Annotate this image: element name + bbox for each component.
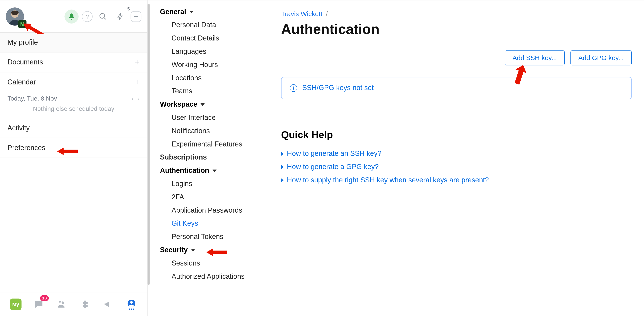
link-user-interface[interactable]: User Interface: [148, 111, 269, 124]
link-locations[interactable]: Locations: [148, 72, 269, 85]
quick-help-text: How to generate an SSH key?: [287, 150, 382, 158]
add-gpg-key-button[interactable]: Add GPG key...: [570, 50, 632, 65]
left-header: M ? 5: [0, 0, 147, 33]
quick-help-text: How to supply the right SSH key when sev…: [287, 176, 489, 184]
help-icon[interactable]: ?: [82, 11, 92, 22]
quick-help-link-multi[interactable]: How to supply the right SSH key when sev…: [281, 174, 632, 187]
nav-documents[interactable]: Documents +: [0, 52, 147, 72]
add-ssh-key-button[interactable]: Add SSH key...: [504, 50, 564, 65]
create-icon[interactable]: [130, 11, 141, 22]
breadcrumb-root[interactable]: Travis Wickett: [281, 10, 322, 18]
bb-chat-badge: 13: [40, 295, 49, 301]
link-notifications[interactable]: Notifications: [148, 124, 269, 138]
quick-help-link-gpg[interactable]: How to generate a GPG key?: [281, 160, 632, 174]
notifications-icon[interactable]: [64, 9, 78, 24]
link-contact-details[interactable]: Contact Details: [148, 32, 269, 45]
calendar-empty-label: Nothing else scheduled today: [8, 105, 140, 112]
svg-marker-12: [206, 248, 227, 256]
link-git-keys[interactable]: Git Keys: [148, 217, 269, 230]
link-2fa[interactable]: 2FA: [148, 191, 269, 204]
chevron-right-icon: [281, 152, 284, 156]
svg-point-6: [62, 301, 64, 304]
link-logins[interactable]: Logins: [148, 177, 269, 191]
nav-my-profile[interactable]: My profile: [0, 33, 147, 52]
nav-calendar[interactable]: Calendar +: [0, 72, 147, 92]
group-authentication[interactable]: Authentication: [148, 164, 269, 177]
link-sessions[interactable]: Sessions: [148, 257, 269, 270]
link-teams[interactable]: Teams: [148, 85, 269, 98]
calendar-date-label: Today, Tue, 8 Nov: [8, 95, 57, 102]
group-workspace-label: Workspace: [160, 100, 197, 109]
info-banner-text: SSH/GPG keys not set: [302, 84, 374, 92]
calendar-today-widget: Today, Tue, 8 Nov ‹ › Nothing else sched…: [0, 92, 147, 118]
link-personal-data[interactable]: Personal Data: [148, 19, 269, 32]
quick-help-text: How to generate a GPG key?: [287, 163, 379, 171]
bb-my[interactable]: My: [8, 296, 24, 312]
link-languages[interactable]: Languages: [148, 45, 269, 58]
bb-my-label: My: [10, 298, 22, 310]
bb-chat-icon[interactable]: 13: [31, 296, 47, 312]
notifications-count: 5: [127, 6, 130, 11]
bb-extensions-icon[interactable]: [77, 296, 93, 312]
svg-marker-10: [23, 20, 46, 34]
chevron-down-icon: [191, 249, 195, 251]
nav-my-profile-label: My profile: [8, 38, 38, 46]
nav-activity-label: Activity: [8, 124, 30, 132]
red-arrow-annotation: [512, 64, 528, 85]
svg-line-3: [104, 18, 106, 19]
nav-documents-label: Documents: [8, 58, 43, 66]
link-personal-tokens[interactable]: Personal Tokens: [148, 230, 269, 244]
settings-nav: General Personal Data Contact Details La…: [148, 0, 269, 316]
plus-icon[interactable]: +: [134, 57, 140, 68]
link-experimental[interactable]: Experimental Features: [148, 138, 269, 151]
bb-team-icon[interactable]: [54, 296, 70, 312]
plus-icon[interactable]: +: [134, 77, 140, 88]
nav-activity[interactable]: Activity: [0, 118, 147, 138]
red-arrow-annotation: [57, 148, 78, 155]
group-subscriptions[interactable]: Subscriptions: [148, 151, 269, 164]
chevron-right-icon: [281, 178, 284, 182]
quick-actions-icon[interactable]: 5: [113, 9, 128, 24]
group-authentication-label: Authentication: [160, 167, 209, 175]
chevron-down-icon: [200, 103, 205, 106]
svg-marker-11: [57, 148, 78, 155]
breadcrumb-sep: /: [326, 10, 328, 18]
svg-marker-13: [512, 64, 528, 85]
info-banner: i SSH/GPG keys not set: [281, 77, 632, 99]
link-working-hours[interactable]: Working Hours: [148, 58, 269, 72]
page-title: Authentication: [281, 21, 632, 37]
chevron-right-icon[interactable]: ›: [138, 95, 140, 102]
info-icon: i: [290, 84, 297, 92]
svg-point-2: [100, 13, 105, 18]
nav-preferences-label: Preferences: [8, 144, 45, 152]
red-arrow-annotation: [206, 248, 227, 256]
chevron-down-icon: [212, 170, 217, 172]
nav-calendar-label: Calendar: [8, 78, 36, 86]
red-arrow-annotation: [23, 19, 48, 34]
search-icon[interactable]: [96, 9, 110, 24]
chevron-left-icon[interactable]: ‹: [132, 95, 134, 102]
group-general[interactable]: General: [148, 6, 269, 19]
avatar[interactable]: M: [6, 7, 24, 26]
bottom-bar: My 13: [0, 292, 147, 316]
quick-help-title: Quick Help: [281, 129, 632, 140]
group-workspace[interactable]: Workspace: [148, 98, 269, 111]
chevron-down-icon: [190, 11, 194, 13]
quick-help-link-ssh[interactable]: How to generate an SSH key?: [281, 147, 632, 160]
left-sidebar: M ? 5 My: [0, 0, 148, 316]
group-security-label: Security: [160, 246, 188, 254]
action-row: Add SSH key... Add GPG key...: [281, 50, 632, 65]
bb-announce-icon[interactable]: [100, 296, 116, 312]
link-app-passwords[interactable]: Application Passwords: [148, 204, 269, 217]
group-general-label: General: [160, 8, 186, 16]
bb-profile-icon[interactable]: [123, 296, 140, 312]
breadcrumb: Travis Wickett /: [281, 10, 632, 18]
link-authorized-apps[interactable]: Authorized Applications: [148, 270, 269, 283]
main-content: Travis Wickett / Authentication Add SSH …: [269, 0, 644, 316]
svg-point-9: [130, 301, 133, 304]
chevron-right-icon: [281, 165, 284, 169]
svg-point-7: [59, 301, 61, 302]
scrollbar[interactable]: [148, 4, 150, 285]
